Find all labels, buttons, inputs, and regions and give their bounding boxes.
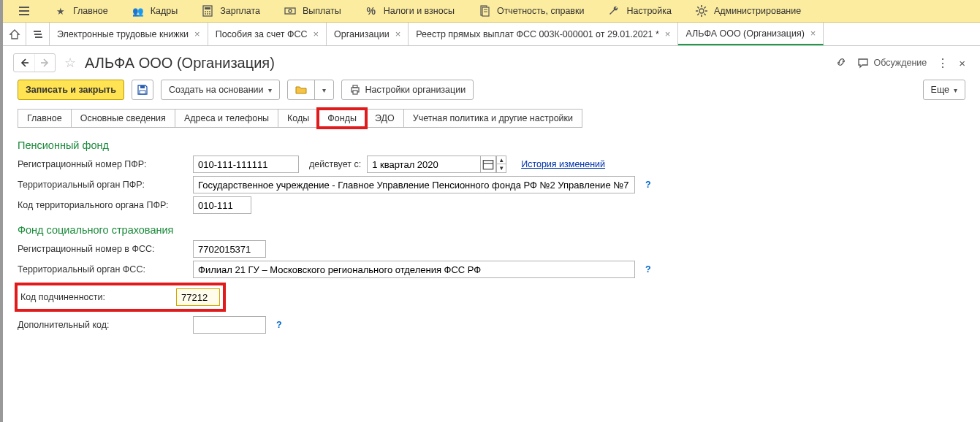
subtab-edo[interactable]: ЭДО [365, 109, 404, 128]
subtab-basic[interactable]: Основные сведения [71, 109, 175, 128]
save-button[interactable] [132, 80, 153, 100]
close-icon[interactable]: × [194, 28, 200, 39]
menu-admin[interactable]: Администрирование [683, 0, 813, 22]
svg-rect-33 [483, 161, 493, 169]
favorite-star[interactable]: ☆ [64, 55, 76, 71]
tab-label: Электронные трудовые книжки [57, 29, 189, 39]
svg-point-4 [209, 11, 210, 12]
nav-box [13, 53, 56, 72]
svg-point-5 [205, 13, 206, 15]
page-title: АЛЬФА ООО (Организация) [85, 55, 275, 72]
subtab-label: ЭДО [375, 113, 395, 123]
subtab-codes[interactable]: Коды [278, 109, 319, 128]
tab-ebooks[interactable]: Электронные трудовые книжки × [50, 23, 208, 45]
svg-rect-31 [353, 85, 357, 88]
fss-reg-input[interactable] [193, 240, 266, 258]
calculator-icon [201, 4, 214, 18]
svg-point-2 [205, 11, 206, 12]
attach-split-button[interactable]: ▾ [287, 80, 334, 100]
svg-line-21 [697, 14, 699, 15]
people-icon: 👥 [132, 4, 145, 18]
menu-taxes[interactable]: % Налоги и взносы [353, 0, 466, 22]
fss-section-title: Фонд социального страхования [18, 224, 965, 236]
close-icon[interactable]: × [313, 28, 319, 39]
svg-point-6 [207, 13, 208, 15]
fss-body-input[interactable] [193, 261, 635, 278]
fss-reg-row: Регистрационный номер в ФСС: [18, 240, 965, 258]
tab-orgs[interactable]: Организации × [327, 23, 409, 45]
subtab-label: Адреса и телефоны [184, 113, 269, 123]
menu-main[interactable]: ★ Главное [42, 0, 120, 22]
tab-alpha-org[interactable]: АЛЬФА ООО (Организация) × [678, 23, 824, 45]
pfr-section-title: Пенсионный фонд [18, 139, 965, 151]
svg-rect-23 [34, 31, 41, 32]
valid-from-label: действует с: [309, 159, 361, 169]
menu-settings[interactable]: Настройка [596, 0, 683, 22]
close-icon[interactable]: × [395, 28, 401, 39]
stack-icon [32, 28, 44, 40]
tab-stack[interactable] [26, 23, 50, 45]
button-label: Записать и закрыть [26, 85, 116, 95]
svg-rect-1 [205, 7, 210, 9]
title-actions: Обсуждение ⋮ × [835, 56, 965, 70]
close-icon[interactable]: × [665, 28, 671, 39]
hamburger-icon [18, 4, 31, 18]
button-label: Настройки организации [365, 85, 466, 95]
fss-body-row: Территориальный орган ФСС: ? [18, 261, 965, 278]
menu-reports[interactable]: Отчетность, справки [466, 0, 596, 22]
spin-up[interactable]: ▲ [496, 156, 506, 164]
svg-point-7 [209, 13, 210, 15]
kebab-icon[interactable]: ⋮ [937, 56, 949, 70]
svg-line-20 [704, 14, 705, 15]
menu-hr[interactable]: 👥 Кадры [120, 0, 189, 22]
svg-rect-29 [140, 91, 145, 94]
menu-burger[interactable] [6, 0, 42, 22]
fss-sub-input[interactable] [176, 288, 220, 306]
more-button[interactable]: Еще ▾ [923, 80, 965, 100]
folder-icon [295, 84, 307, 96]
subtab-main[interactable]: Главное [18, 109, 72, 128]
subtab-addresses[interactable]: Адреса и телефоны [175, 109, 278, 128]
discuss-label: Обсуждение [873, 58, 927, 68]
subtab-policy[interactable]: Учетная политика и другие настройки [403, 109, 582, 128]
pfr-code-input[interactable] [193, 196, 251, 214]
subtab-funds[interactable]: Фонды [318, 109, 366, 128]
help-icon[interactable]: ? [645, 264, 651, 275]
org-settings-button[interactable]: Настройки организации [341, 80, 474, 100]
calendar-icon [482, 158, 494, 170]
percent-icon: % [365, 4, 378, 18]
svg-rect-24 [34, 34, 42, 35]
subtab-label: Коды [287, 113, 309, 123]
save-close-button[interactable]: Записать и закрыть [18, 80, 124, 100]
close-icon[interactable]: × [810, 28, 816, 39]
menu-salary[interactable]: Зарплата [189, 0, 272, 22]
spin-down[interactable]: ▼ [496, 164, 506, 173]
tab-home[interactable] [3, 23, 26, 45]
help-icon[interactable]: ? [276, 320, 282, 330]
calendar-button[interactable] [480, 156, 496, 173]
tab-fss-benefits[interactable]: Пособия за счет ФСС × [208, 23, 327, 45]
pfr-reg-input[interactable] [193, 156, 299, 173]
subtab-label: Учетная политика и другие настройки [413, 113, 573, 123]
fss-extra-input[interactable] [193, 316, 266, 334]
link-icon[interactable] [835, 56, 847, 70]
pfr-body-input[interactable] [193, 176, 635, 193]
pfr-code-row: Код территориального органа ПФР: [18, 196, 965, 214]
nav-back-button[interactable] [14, 54, 34, 72]
tab-fss-registry[interactable]: Реестр прямых выплат ФСС 003К-000001 от … [409, 23, 678, 45]
floppy-icon [137, 84, 148, 96]
history-link[interactable]: История изменений [521, 159, 605, 169]
valid-from-input[interactable] [367, 156, 480, 173]
help-icon[interactable]: ? [645, 180, 651, 190]
window-close-icon[interactable]: × [959, 57, 965, 69]
button-label: Создать на основании [169, 85, 264, 95]
discuss-button[interactable]: Обсуждение [857, 57, 927, 69]
menu-label: Главное [73, 6, 108, 16]
nav-forward-button[interactable] [34, 54, 55, 72]
menu-payments[interactable]: Выплаты [272, 0, 353, 22]
pfr-body-label: Территориальный орган ПФР: [18, 180, 187, 190]
star-icon: ★ [54, 4, 67, 18]
pfr-code-label: Код территориального органа ПФР: [18, 200, 187, 210]
create-based-on-button[interactable]: Создать на основании ▾ [161, 80, 280, 100]
tab-label: АЛЬФА ООО (Организация) [685, 28, 804, 39]
